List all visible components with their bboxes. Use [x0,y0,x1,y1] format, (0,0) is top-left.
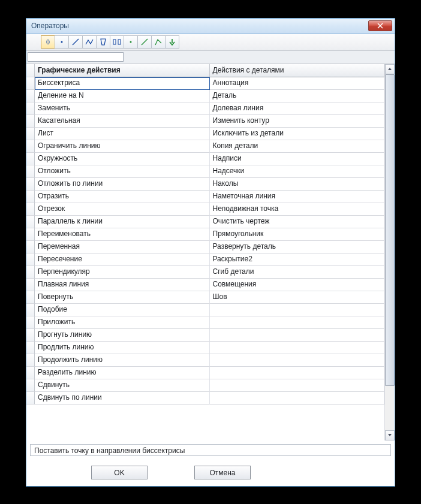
grid-cell[interactable] [210,316,385,329]
grid-cell[interactable]: Переименовать [35,228,210,241]
zero-icon: 0 [43,37,53,47]
gutter-cell [26,316,35,329]
gutter-cell [26,367,35,379]
tool-polyline[interactable] [82,35,97,49]
tool-line-green[interactable] [137,35,152,49]
grid-cell[interactable]: Долевая линия [210,102,385,115]
grid-cell[interactable]: Продлить линию [35,342,210,354]
tool-point[interactable] [55,35,69,49]
tool-split[interactable] [110,35,124,49]
grid-cell[interactable]: Плавная линия [35,279,210,291]
tool-arrow-down[interactable] [165,35,179,49]
gutter-cell [26,102,35,115]
grid-cell[interactable]: Параллель к линии [35,216,210,228]
grid-cell[interactable]: Деление на N [35,90,210,102]
grid-cell[interactable]: Прогнуть линию [35,329,210,342]
grid-cell[interactable]: Переменная [35,241,210,253]
search-input[interactable] [28,52,124,62]
grid-cell[interactable]: Деталь [210,90,385,102]
grid-cell[interactable]: Очистить чертеж [210,216,385,228]
gutter-cell [26,342,35,354]
grid-cell[interactable]: Заменить [35,102,210,115]
scroll-up-button[interactable] [385,64,395,74]
grid-cell[interactable]: Надсечки [210,165,385,178]
grid-cell[interactable]: Приложить [35,316,210,329]
grid-cell[interactable]: Сдвинуть по линии [35,392,210,405]
grid-cell[interactable]: Шов [210,291,385,304]
grid-cell[interactable]: Раскрытие2 [210,253,385,266]
grid-cell[interactable]: Аннотация [210,77,385,90]
gutter-cell [26,379,35,392]
grid-cell[interactable]: Перпендикуляр [35,266,210,279]
cancel-button[interactable]: Отмена [194,466,251,479]
grid-cell[interactable]: Сдвинуть [35,379,210,392]
svg-line-2 [73,39,79,45]
gutter-cell [26,253,35,266]
grid-cell[interactable]: Наколы [210,178,385,191]
grid-cell[interactable]: Изменить контур [210,115,385,128]
grid-cell[interactable]: Разделить линию [35,367,210,379]
grid-cell[interactable]: Отложить по линии [35,178,210,191]
grid-cell[interactable]: Продолжить линию [35,354,210,367]
grid-cell[interactable]: Отложить [35,165,210,178]
grid-cell[interactable] [210,367,385,379]
gutter-cell [26,90,35,102]
grid-cell[interactable] [210,329,385,342]
grid-cell[interactable] [210,304,385,316]
grid-cell[interactable]: Прямоугольник [210,228,385,241]
grid-cell[interactable] [210,354,385,367]
scroll-thumb[interactable] [385,74,395,386]
grid-cell[interactable]: Отразить [35,191,210,203]
tool-angle-green[interactable] [151,35,166,49]
gutter-cell [26,329,35,342]
tool-point-green[interactable] [124,35,138,49]
gutter-cell [26,291,35,304]
grid-cell[interactable]: Сгиб детали [210,266,385,279]
column-header[interactable]: Действия с деталями [210,64,385,77]
svg-marker-7 [388,68,392,70]
grid-column: Графические действияБиссектрисаДеление н… [35,64,210,440]
grid-cell[interactable]: Совмещения [210,279,385,291]
dot-icon [57,37,67,47]
close-button[interactable] [368,20,392,31]
svg-line-6 [142,39,148,45]
grid-cell[interactable]: Лист [35,128,210,140]
grid-column: Действия с деталямиАннотацияДетальДолева… [210,64,385,440]
gutter-cell [26,241,35,253]
content-area: Графические действияБиссектрисаДеление н… [26,64,395,440]
tool-shape[interactable] [96,35,110,49]
vertical-scrollbar[interactable] [384,64,395,440]
svg-point-1 [61,41,63,43]
grid-cell[interactable]: Подобие [35,304,210,316]
grid-cell[interactable]: Развернуть деталь [210,241,385,253]
dialog-window: Операторы 0 [26,18,395,487]
grid-cell[interactable]: Биссектриса [35,77,210,90]
grid-cell[interactable]: Наметочная линия [210,191,385,203]
grid-cell[interactable]: Копия детали [210,140,385,153]
gutter-cell [26,153,35,165]
grid-cell[interactable]: Ограничить линию [35,140,210,153]
ok-button[interactable]: OK [91,466,148,479]
grid-cell[interactable]: Неподвижная точка [210,203,385,216]
tool-zero[interactable]: 0 [41,35,55,49]
grid-cell[interactable]: Надписи [210,153,385,165]
grid-cell[interactable]: Повернуть [35,291,210,304]
grid-cell[interactable]: Касательная [35,115,210,128]
svg-point-5 [130,41,132,43]
grid-cell[interactable]: Исключить из детали [210,128,385,140]
grid-cell[interactable] [210,342,385,354]
row-gutter [26,64,35,440]
grid-cell[interactable]: Пересечение [35,253,210,266]
grid-cell[interactable]: Отрезок [35,203,210,216]
svg-rect-4 [118,40,121,44]
gutter-cell [26,178,35,191]
scroll-down-button[interactable] [385,430,395,440]
grid-cell[interactable] [210,379,385,392]
tool-line[interactable] [68,35,83,49]
svg-rect-3 [113,40,116,44]
close-icon [377,23,383,29]
grid-cell[interactable] [210,392,385,405]
svg-text:0: 0 [46,38,50,46]
column-header[interactable]: Графические действия [35,64,210,77]
grid-cell[interactable]: Окружность [35,153,210,165]
